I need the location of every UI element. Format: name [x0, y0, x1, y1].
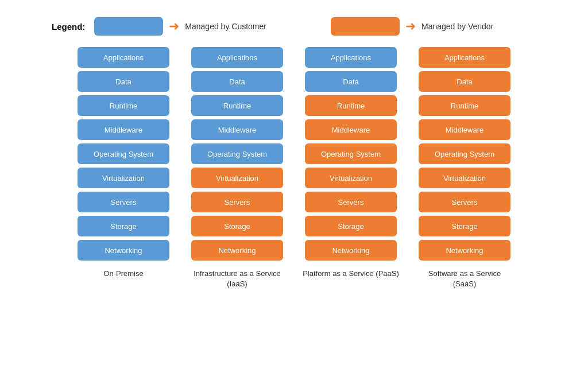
stack-item-data-paas: Data: [305, 71, 397, 92]
column-paas: ApplicationsDataRuntimeMiddlewareOperati…: [302, 47, 400, 289]
stack-item-data-iaas: Data: [191, 71, 283, 92]
vendor-legend-group: ➜ Managed by Vendor: [331, 17, 493, 36]
stack-item-middleware-saas: Middleware: [419, 119, 510, 140]
legend: Legend: ➜ Managed by Customer ➜ Managed …: [52, 17, 493, 36]
stack-item-middleware-iaas: Middleware: [191, 119, 283, 140]
column-title-on-premise: On-Premise: [103, 269, 143, 279]
stack-item-servers-saas: Servers: [419, 192, 510, 212]
stack-item-applications-paas: Applications: [305, 47, 397, 68]
stack-item-networking-saas: Networking: [419, 240, 510, 261]
stack-item-operating-system-paas: Operating System: [305, 143, 397, 164]
stack-item-networking-on-premise: Networking: [78, 240, 169, 261]
stack-item-data-on-premise: Data: [78, 71, 169, 92]
stack-item-servers-on-premise: Servers: [78, 192, 169, 212]
column-title-paas: Platform as a Service (PaaS): [303, 269, 399, 279]
stack-item-operating-system-on-premise: Operating System: [78, 143, 169, 164]
column-on-premise: ApplicationsDataRuntimeMiddlewareOperati…: [75, 47, 172, 289]
legend-label: Legend:: [52, 22, 85, 32]
stack-item-middleware-paas: Middleware: [305, 119, 397, 140]
stack-item-storage-on-premise: Storage: [78, 216, 169, 236]
stack-item-storage-saas: Storage: [419, 216, 510, 236]
stack-item-virtualization-on-premise: Virtualization: [78, 168, 169, 188]
stack-item-servers-iaas: Servers: [191, 192, 283, 212]
stack-item-virtualization-saas: Virtualization: [419, 168, 510, 188]
stack-item-runtime-on-premise: Runtime: [78, 95, 169, 116]
stack-item-applications-saas: Applications: [419, 47, 510, 68]
vendor-legend-text: Managed by Vendor: [421, 22, 493, 31]
column-title-iaas: Infrastructure as a Service (IaaS): [188, 269, 286, 289]
stack-item-runtime-paas: Runtime: [305, 95, 397, 116]
stack-item-runtime-saas: Runtime: [419, 95, 510, 116]
vendor-arrow-icon: ➜: [405, 19, 416, 34]
stack-item-networking-iaas: Networking: [191, 240, 283, 261]
stack-item-virtualization-paas: Virtualization: [305, 168, 397, 188]
vendor-color-box: [331, 17, 400, 36]
customer-legend-text: Managed by Customer: [185, 22, 266, 31]
stack-item-storage-iaas: Storage: [191, 216, 283, 236]
stack-item-storage-paas: Storage: [305, 216, 397, 236]
stack-item-operating-system-saas: Operating System: [419, 143, 510, 164]
stack-item-networking-paas: Networking: [305, 240, 397, 261]
column-saas: ApplicationsDataRuntimeMiddlewareOperati…: [416, 47, 513, 289]
stack-item-operating-system-iaas: Operating System: [191, 143, 283, 164]
stack-item-applications-on-premise: Applications: [78, 47, 169, 68]
customer-arrow-icon: ➜: [169, 19, 179, 34]
stack-item-middleware-on-premise: Middleware: [78, 119, 169, 140]
stack-item-data-saas: Data: [419, 71, 510, 92]
stack-item-virtualization-iaas: Virtualization: [191, 168, 283, 188]
stack-item-runtime-iaas: Runtime: [191, 95, 283, 116]
stack-item-applications-iaas: Applications: [191, 47, 283, 68]
stack-item-servers-paas: Servers: [305, 192, 397, 212]
column-title-saas: Software as a Service (SaaS): [416, 269, 513, 289]
customer-color-box: [94, 17, 163, 36]
columns-wrapper: ApplicationsDataRuntimeMiddlewareOperati…: [17, 47, 571, 289]
column-iaas: ApplicationsDataRuntimeMiddlewareOperati…: [188, 47, 286, 289]
customer-legend-group: ➜ Managed by Customer: [94, 17, 266, 36]
